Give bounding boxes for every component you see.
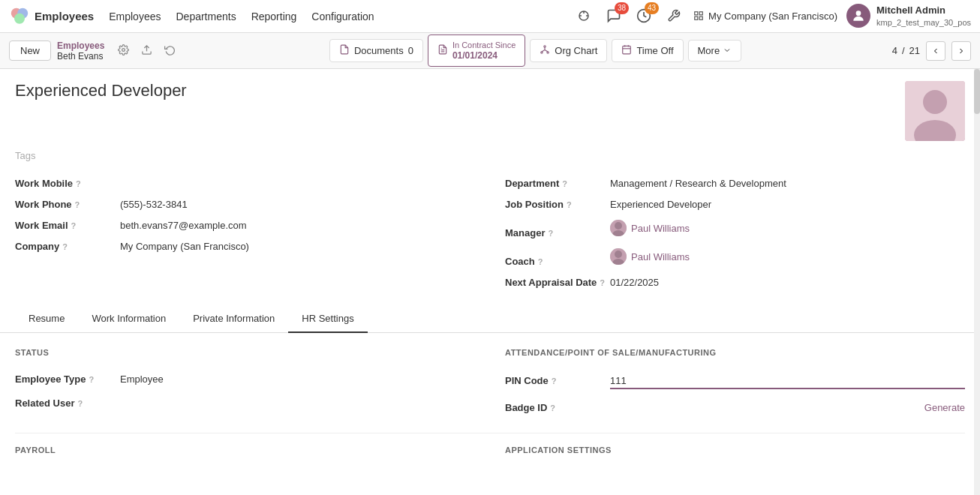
toolbar-left: New Employees Beth Evans — [9, 40, 179, 62]
tab-hr-settings[interactable]: HR Settings — [288, 305, 367, 333]
coach-name[interactable]: Paul Williams — [631, 251, 690, 262]
org-chart-label: Org Chart — [555, 45, 597, 56]
time-off-label: Time Off — [636, 45, 673, 56]
time-off-button[interactable]: Time Off — [612, 39, 683, 62]
settings-icon[interactable] — [115, 43, 132, 59]
user-name: Mitchell Admin — [876, 4, 971, 17]
toolbar-center: Documents 0 In Contract Since 01/01/2024… — [329, 34, 741, 68]
app-logo[interactable]: Employees — [9, 6, 94, 27]
appraisal-label: Next Appraisal Date ? — [505, 277, 610, 288]
work-mobile-help[interactable]: ? — [76, 179, 81, 188]
org-chart-icon — [540, 44, 550, 57]
work-phone-help[interactable]: ? — [75, 200, 80, 209]
org-chart-button[interactable]: Org Chart — [530, 39, 607, 62]
svg-point-18 — [541, 52, 543, 53]
job-position-label: Job Position ? — [505, 199, 610, 210]
chat-icon-btn[interactable]: 38 — [603, 5, 624, 26]
manager-name[interactable]: Paul Williams — [631, 223, 690, 234]
coach-label: Coach ? — [505, 256, 610, 267]
svg-rect-10 — [699, 17, 702, 20]
badge-id-help[interactable]: ? — [550, 404, 555, 412]
pin-code-label: PIN Code ? — [505, 375, 610, 386]
payroll-settings-columns: PAYROLL APPLICATION SETTINGS — [15, 446, 965, 465]
user-menu[interactable]: Mitchell Admin kmp_2_test_may_30_pos — [846, 4, 971, 29]
job-position-help[interactable]: ? — [567, 200, 572, 209]
tab-resume[interactable]: Resume — [15, 305, 78, 333]
coach-avatar — [610, 248, 627, 265]
new-button[interactable]: New — [9, 40, 51, 61]
svg-point-17 — [544, 46, 546, 47]
svg-line-21 — [542, 50, 545, 52]
documents-button[interactable]: Documents 0 — [329, 39, 423, 62]
svg-point-28 — [923, 90, 947, 114]
company-help[interactable]: ? — [62, 242, 68, 251]
upload-icon[interactable] — [138, 43, 155, 59]
debug-icon-btn[interactable] — [573, 5, 594, 26]
nav-departments[interactable]: Departments — [176, 8, 236, 26]
next-page-button[interactable] — [951, 41, 971, 61]
svg-rect-8 — [695, 12, 698, 15]
app-title: Employees — [35, 10, 94, 22]
appraisal-row: Next Appraisal Date ? 01/22/2025 — [505, 272, 965, 293]
attendance-column: ATTENDANCE/POINT OF SALE/MANUFACTURING P… — [505, 348, 965, 421]
company-label: Company ? — [15, 241, 120, 252]
work-email-help[interactable]: ? — [71, 221, 77, 230]
employee-photo — [905, 81, 965, 141]
fields-right: Department ? Management / Research & Dev… — [505, 173, 965, 293]
activity-icon-btn[interactable]: 43 — [633, 5, 654, 26]
secondary-toolbar: New Employees Beth Evans Documen — [0, 33, 980, 69]
scrollbar-thumb[interactable] — [974, 69, 980, 114]
pin-code-input[interactable] — [610, 374, 965, 389]
chat-badge: 38 — [615, 2, 629, 14]
coach-value: Paul Williams — [610, 248, 690, 265]
user-db: kmp_2_test_may_30_pos — [876, 17, 971, 28]
job-position-row: Job Position ? Experienced Developer — [505, 194, 965, 215]
department-help[interactable]: ? — [562, 179, 567, 188]
manager-help[interactable]: ? — [548, 229, 553, 238]
more-button[interactable]: More — [688, 40, 742, 62]
hr-settings-columns: STATUS Employee Type ? Employee Related … — [15, 348, 965, 421]
toolbar-icons — [115, 43, 179, 59]
related-user-field: Related User ? — [15, 392, 475, 416]
contract-button[interactable]: In Contract Since 01/01/2024 — [428, 34, 525, 68]
tags-row[interactable]: Tags — [15, 150, 965, 161]
related-user-input[interactable] — [120, 398, 475, 410]
refresh-icon[interactable] — [161, 43, 179, 59]
employee-type-help[interactable]: ? — [89, 375, 94, 384]
tab-private-information[interactable]: Private Information — [179, 305, 288, 333]
contract-label: In Contract Since — [452, 40, 516, 50]
work-mobile-label: Work Mobile ? — [15, 178, 120, 189]
nav-reporting[interactable]: Reporting — [251, 8, 297, 26]
department-label: Department ? — [505, 178, 610, 189]
department-row: Department ? Management / Research & Dev… — [505, 173, 965, 194]
svg-point-19 — [547, 52, 549, 53]
attendance-section-header: ATTENDANCE/POINT OF SALE/MANUFACTURING — [505, 348, 965, 357]
hr-settings-content: STATUS Employee Type ? Employee Related … — [15, 333, 965, 480]
company-selector[interactable]: My Company (San Francisco) — [693, 10, 837, 22]
tab-work-information[interactable]: Work Information — [78, 305, 179, 333]
svg-point-2 — [14, 13, 25, 23]
tags-placeholder: Tags — [15, 150, 35, 161]
employee-title: Experienced Developer — [15, 81, 187, 100]
scrollbar[interactable] — [974, 69, 980, 480]
prev-page-button[interactable] — [926, 41, 945, 61]
badge-id-input[interactable] — [610, 402, 924, 414]
badge-id-field: Badge ID ? Generate — [505, 396, 965, 421]
manager-avatar — [610, 220, 627, 236]
coach-help[interactable]: ? — [538, 257, 543, 266]
nav-configuration[interactable]: Configuration — [311, 8, 374, 26]
nav-employees[interactable]: Employees — [109, 8, 161, 26]
work-email-value: beth.evans77@example.com — [120, 220, 475, 231]
pin-code-help[interactable]: ? — [552, 376, 557, 386]
generate-button[interactable]: Generate — [924, 402, 965, 413]
breadcrumb-parent[interactable]: Employees — [57, 40, 104, 51]
work-phone-label: Work Phone ? — [15, 199, 120, 210]
appraisal-value: 01/22/2025 — [610, 277, 965, 288]
appraisal-help[interactable]: ? — [600, 278, 605, 287]
settings-icon-btn[interactable] — [663, 5, 684, 26]
pagination-current: 4 — [892, 45, 897, 56]
user-details: Mitchell Admin kmp_2_test_may_30_pos — [876, 4, 971, 29]
related-user-help[interactable]: ? — [77, 399, 83, 408]
employee-type-value[interactable]: Employee — [120, 374, 164, 385]
work-phone-row: Work Phone ? (555)-532-3841 — [15, 194, 475, 215]
